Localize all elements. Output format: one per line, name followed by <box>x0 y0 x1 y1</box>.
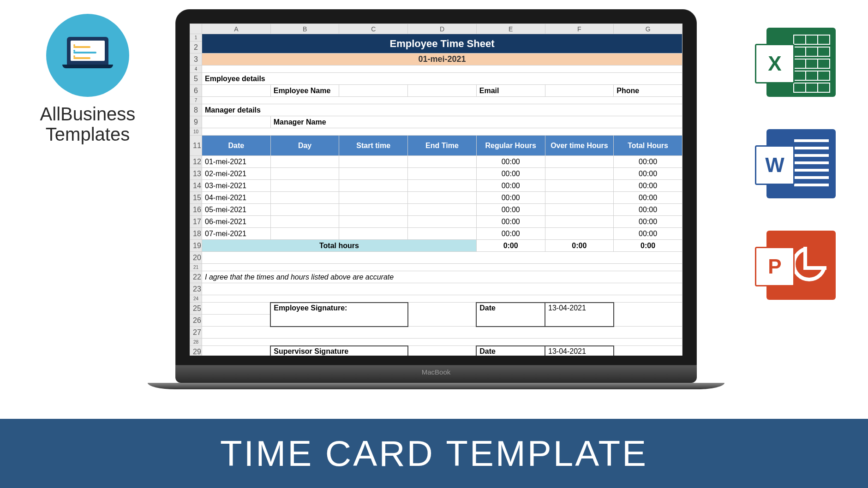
sheet-title: Employee Time Sheet <box>202 34 682 54</box>
agreement-text: I agree that the times and hours listed … <box>202 271 682 283</box>
table-header-row: 11 DateDayStart timeEnd TimeRegular Hour… <box>190 136 682 156</box>
word-icon: W <box>766 129 836 198</box>
date-label-2: Date <box>476 346 545 356</box>
brand-name: AllBusinessTemplates <box>28 104 148 144</box>
powerpoint-icon: P <box>766 231 836 300</box>
employee-signature-label: Employee Signature: <box>270 303 407 327</box>
total-row: 19 Total hours 0:00 0:00 0:00 <box>190 240 682 252</box>
email-label: Email <box>476 85 545 97</box>
manager-name-label: Manager Name <box>270 116 682 128</box>
title-banner: TIME CARD TEMPLATE <box>0 419 868 488</box>
table-row: 13 02-mei-2021 00:00 00:00 <box>190 168 682 180</box>
phone-label: Phone <box>614 85 682 97</box>
brand-logo: AllBusinessTemplates <box>28 14 148 144</box>
table-row: 14 03-mei-2021 00:00 00:00 <box>190 180 682 192</box>
column-headers: ABCDEFG <box>190 24 682 34</box>
laptop-mockup: ABCDEFG 1Employee Time Sheet 2 301-mei-2… <box>175 9 697 389</box>
format-icons: X W P <box>766 28 836 300</box>
logo-circle-icon <box>46 14 129 97</box>
employee-details-label: Employee details <box>202 73 682 85</box>
supervisor-sig-date: 13-04-2021 <box>545 346 614 356</box>
macbook-base <box>148 383 724 389</box>
table-row: 15 04-mei-2021 00:00 00:00 <box>190 192 682 204</box>
macbook-label: MacBook <box>175 365 697 383</box>
employee-name-label: Employee Name <box>270 85 339 97</box>
table-row: 18 07-mei-2021 00:00 00:00 <box>190 228 682 240</box>
supervisor-signature-label: Supervisor Signature <box>270 346 407 356</box>
manager-details-label: Manager details <box>202 104 682 116</box>
table-row: 16 05-mei-2021 00:00 00:00 <box>190 204 682 216</box>
date-label-1: Date <box>476 303 545 327</box>
employee-sig-date: 13-04-2021 <box>545 303 614 327</box>
period-date: 01-mei-2021 <box>202 54 682 65</box>
excel-icon: X <box>766 28 836 97</box>
table-row: 17 06-mei-2021 00:00 00:00 <box>190 216 682 228</box>
table-row: 12 01-mei-2021 00:00 00:00 <box>190 156 682 168</box>
logo-laptop-icon <box>62 37 113 74</box>
spreadsheet: ABCDEFG 1Employee Time Sheet 2 301-mei-2… <box>190 24 682 356</box>
